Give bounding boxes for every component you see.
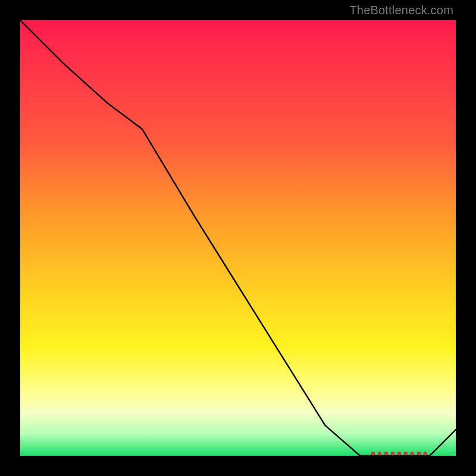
- valley-marker: [404, 452, 408, 455]
- chart-frame: TheBottleneck.com: [0, 0, 476, 476]
- watermark-text: TheBottleneck.com: [349, 4, 453, 17]
- valley-marker: [417, 452, 421, 455]
- valley-marker: [397, 452, 401, 455]
- valley-marker: [411, 452, 414, 455]
- valley-marker: [391, 452, 394, 455]
- bottleneck-curve: [20, 20, 456, 456]
- valley-marker: [371, 452, 375, 455]
- valley-marker: [378, 452, 381, 455]
- valley-marker: [384, 452, 388, 455]
- plot-area: [20, 20, 456, 456]
- valley-marker: [424, 452, 427, 455]
